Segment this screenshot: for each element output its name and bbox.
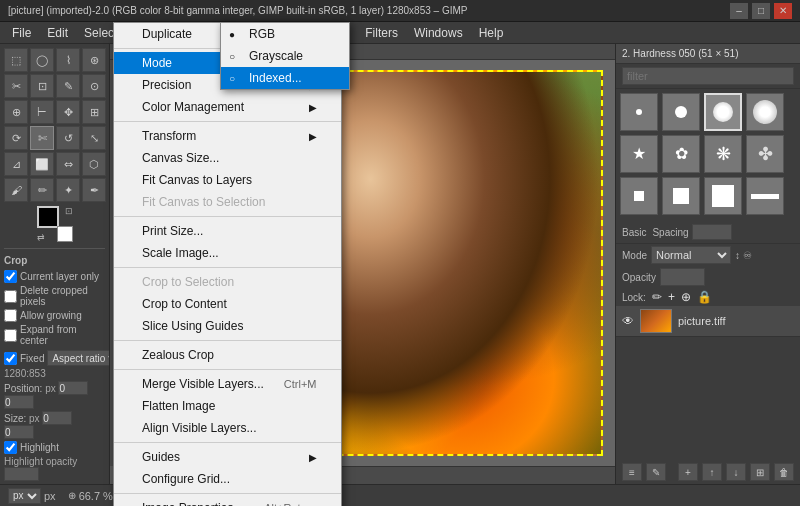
raise-layer-btn[interactable]: ↑ [702, 463, 722, 481]
mode-indexed[interactable]: ○ Indexed... [221, 67, 349, 89]
brush-filter-input[interactable] [622, 67, 794, 85]
tool-measure[interactable]: ⊢ [30, 100, 54, 124]
mode-grayscale[interactable]: ○ Grayscale [221, 45, 349, 67]
menu-configure-grid[interactable]: Configure Grid... [114, 468, 341, 490]
lock-plus-icon[interactable]: + [668, 290, 675, 304]
menu-color-management[interactable]: Color Management ▶ [114, 96, 341, 118]
menu-canvas-size[interactable]: Canvas Size... [114, 147, 341, 169]
lock-chain-icon[interactable]: 🔒 [697, 290, 712, 304]
size-w-input[interactable] [42, 411, 72, 425]
brush-item[interactable] [746, 93, 784, 131]
lock-circle-icon[interactable]: ⊕ [681, 290, 691, 304]
menu-flatten[interactable]: Flatten Image [114, 395, 341, 417]
brush-item-selected[interactable] [704, 93, 742, 131]
tool-lasso[interactable]: ⌇ [56, 48, 80, 72]
delete-pixels-checkbox[interactable] [4, 290, 17, 303]
brush-item[interactable] [662, 177, 700, 215]
background-color[interactable] [57, 226, 73, 242]
menu-edit[interactable]: Edit [39, 22, 76, 44]
filter-row [616, 64, 800, 89]
tool-fg-select[interactable]: ⊡ [30, 74, 54, 98]
layer-visibility-icon[interactable]: 👁 [622, 314, 634, 328]
menu-help[interactable]: Help [471, 22, 512, 44]
menu-filters[interactable]: Filters [357, 22, 406, 44]
mode-select[interactable]: Normal [651, 246, 731, 264]
tool-transform[interactable]: ⟳ [4, 126, 28, 150]
brush-item[interactable]: ✤ [746, 135, 784, 173]
pos-y-input[interactable] [4, 395, 34, 409]
aspect-ratio-select[interactable]: Aspect ratio [47, 350, 110, 366]
foreground-color[interactable] [37, 206, 59, 228]
expand-center-checkbox[interactable] [4, 329, 17, 342]
tool-cage[interactable]: ⬡ [82, 152, 106, 176]
reset-colors[interactable]: ⊡ [65, 206, 73, 216]
precision-label: Precision [142, 78, 191, 92]
spacing-input[interactable]: 10.0 [692, 224, 732, 240]
tool-rotate[interactable]: ↺ [56, 126, 80, 150]
highlight-checkbox[interactable] [4, 441, 17, 454]
menu-crop-content[interactable]: Crop to Content [114, 293, 341, 315]
tool-pencil[interactable]: ✏ [30, 178, 54, 202]
allow-growing-checkbox[interactable] [4, 309, 17, 322]
new-layer-btn[interactable]: + [678, 463, 698, 481]
tool-move[interactable]: ✥ [56, 100, 80, 124]
tool-fuzzy[interactable]: ⊛ [82, 48, 106, 72]
tool-rect[interactable]: ⬚ [4, 48, 28, 72]
brush-item[interactable] [620, 177, 658, 215]
menu-fit-canvas-layers[interactable]: Fit Canvas to Layers [114, 169, 341, 191]
menu-align-layers[interactable]: Align Visible Layers... [114, 417, 341, 439]
tool-perspective[interactable]: ⬜ [30, 152, 54, 176]
tool-paint[interactable]: 🖌 [4, 178, 28, 202]
tool-scissors[interactable]: ✂ [4, 74, 28, 98]
mode-rgb[interactable]: ● RGB [221, 23, 349, 45]
minimize-button[interactable]: – [730, 3, 748, 19]
highlight-opacity-input[interactable]: 50.0 [4, 467, 39, 481]
unit-select[interactable]: px [8, 488, 41, 504]
tool-align[interactable]: ⊞ [82, 100, 106, 124]
tool-color-pick[interactable]: ⊙ [82, 74, 106, 98]
menu-zealous-crop[interactable]: Zealous Crop [114, 344, 341, 366]
paths-tab[interactable]: ✎ [646, 463, 666, 481]
pos-x-input[interactable] [58, 381, 88, 395]
brush-item[interactable]: ✿ [662, 135, 700, 173]
maximize-button[interactable]: □ [752, 3, 770, 19]
close-button[interactable]: ✕ [774, 3, 792, 19]
tool-paths[interactable]: ✎ [56, 74, 80, 98]
tool-zoom[interactable]: ⊕ [4, 100, 28, 124]
brush-item[interactable]: ★ [620, 135, 658, 173]
lock-pencil-icon[interactable]: ✏ [652, 290, 662, 304]
brush-item[interactable]: ❋ [704, 135, 742, 173]
menu-file[interactable]: File [4, 22, 39, 44]
menu-print-size[interactable]: Print Size... [114, 220, 341, 242]
layer-item[interactable]: 👁 picture.tiff [616, 306, 800, 337]
tool-flip[interactable]: ⇔ [56, 152, 80, 176]
lower-layer-btn[interactable]: ↓ [726, 463, 746, 481]
swap-colors[interactable]: ⇄ [37, 232, 45, 242]
tool-airbrush[interactable]: ✦ [56, 178, 80, 202]
brush-item[interactable] [620, 93, 658, 131]
brush-item[interactable] [662, 93, 700, 131]
brush-item[interactable] [746, 177, 784, 215]
menu-merge-layers[interactable]: Merge Visible Layers... Ctrl+M [114, 373, 341, 395]
menu-slice-guides[interactable]: Slice Using Guides [114, 315, 341, 337]
tool-shear[interactable]: ⊿ [4, 152, 28, 176]
menu-fit-canvas-selection: Fit Canvas to Selection [114, 191, 341, 213]
menu-image-properties[interactable]: Image Properties Alt+Return [114, 497, 341, 506]
brush-item[interactable] [704, 177, 742, 215]
fixed-checkbox[interactable] [4, 352, 17, 365]
delete-layer-btn[interactable]: 🗑 [774, 463, 794, 481]
opacity-input[interactable]: 100.0 [660, 268, 705, 286]
menu-scale-image[interactable]: Scale Image... [114, 242, 341, 264]
size-h-input[interactable] [4, 425, 34, 439]
tool-ink[interactable]: ✒ [82, 178, 106, 202]
tool-scale[interactable]: ⤡ [82, 126, 106, 150]
scale-image-label: Scale Image... [142, 246, 219, 260]
tool-crop[interactable]: ✄ [30, 126, 54, 150]
menu-windows[interactable]: Windows [406, 22, 471, 44]
tool-ellipse[interactable]: ◯ [30, 48, 54, 72]
menu-guides[interactable]: Guides ▶ [114, 446, 341, 468]
menu-transform[interactable]: Transform ▶ [114, 125, 341, 147]
current-layer-checkbox[interactable] [4, 270, 17, 283]
channels-tab[interactable]: ≡ [622, 463, 642, 481]
duplicate-layer-btn[interactable]: ⊞ [750, 463, 770, 481]
